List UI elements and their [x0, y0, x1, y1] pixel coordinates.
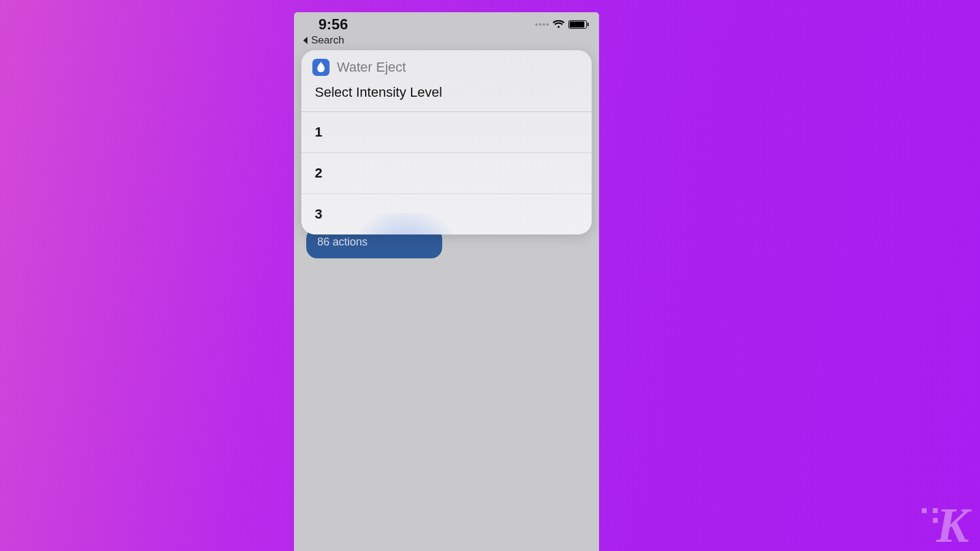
watermark-letter: K — [937, 506, 969, 545]
screen-body: 86 actions Water Eject Select Intensity … — [294, 50, 599, 546]
status-bar: 9:56 — [294, 12, 599, 34]
battery-icon — [568, 20, 587, 29]
back-chevron-icon — [303, 37, 309, 44]
cellular-dots-icon — [535, 23, 549, 26]
shortcut-subtitle: 86 actions — [317, 236, 368, 249]
water-drop-icon — [312, 59, 330, 76]
status-right — [535, 20, 587, 29]
options-list: 1 2 3 — [301, 111, 592, 234]
status-time: 9:56 — [318, 16, 348, 33]
watermark: K — [922, 506, 969, 545]
option-1[interactable]: 1 — [301, 112, 592, 152]
back-to-search[interactable]: Search — [294, 34, 599, 50]
intensity-popup: Water Eject Select Intensity Level 1 2 3 — [301, 50, 592, 234]
page-background: 9:56 Search 86 actions — [0, 0, 980, 551]
watermark-dots-icon — [922, 508, 938, 523]
breadcrumb-label: Search — [311, 34, 344, 47]
option-2[interactable]: 2 — [301, 152, 592, 193]
popup-title: Select Intensity Level — [301, 77, 592, 111]
wifi-icon — [552, 20, 565, 29]
popup-header: Water Eject — [301, 50, 592, 77]
option-3[interactable]: 3 — [301, 193, 592, 234]
popup-app-name: Water Eject — [337, 59, 406, 75]
phone-frame: 9:56 Search 86 actions — [294, 12, 599, 551]
